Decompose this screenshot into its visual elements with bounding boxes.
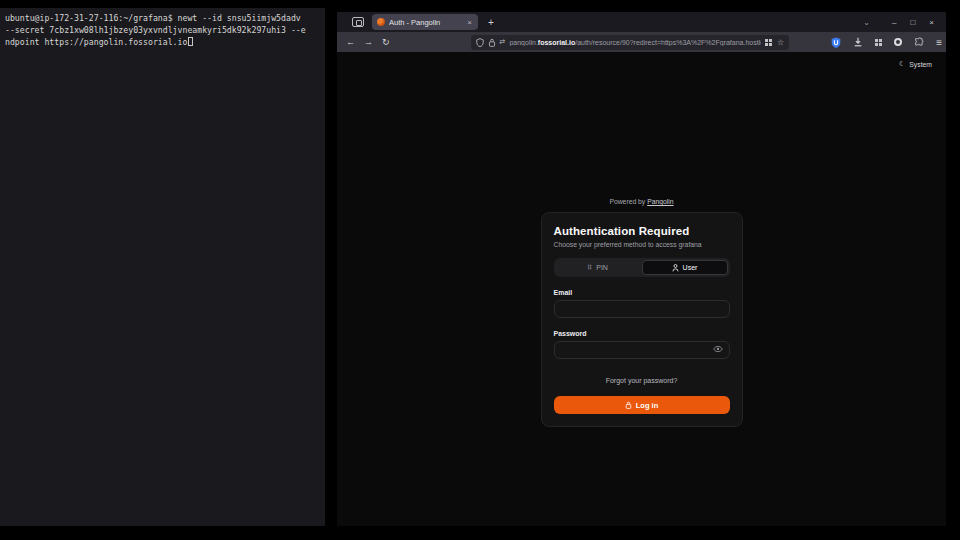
login-lock-icon xyxy=(625,401,632,409)
browser-tab-auth-pangolin[interactable]: Auth - Pangolin × xyxy=(372,14,478,30)
password-label: Password xyxy=(554,330,730,337)
extension-grid-icon[interactable] xyxy=(875,39,882,46)
desktop: ubuntu@ip-172-31-27-116:~/grafana$ newt … xyxy=(0,0,960,540)
tab-pin[interactable]: ⠿ PIN xyxy=(556,260,640,275)
permissions-icon[interactable]: ⇄ xyxy=(500,38,506,46)
downloads-icon[interactable] xyxy=(853,37,863,47)
tab-user[interactable]: User xyxy=(642,260,728,275)
extensions-puzzle-icon[interactable] xyxy=(914,37,924,47)
email-field[interactable] xyxy=(554,300,730,318)
pangolin-favicon-icon xyxy=(377,18,385,26)
page-action-grid-icon[interactable] xyxy=(765,39,772,46)
terminal-window[interactable]: ubuntu@ip-172-31-27-116:~/grafana$ newt … xyxy=(0,8,325,526)
tab-close-icon[interactable]: × xyxy=(466,18,473,27)
terminal-line: ubuntu@ip-172-31-27-116:~/grafana$ newt … xyxy=(5,12,320,24)
back-button[interactable]: ← xyxy=(346,37,355,47)
lock-icon[interactable] xyxy=(488,38,496,47)
card-subtitle: Choose your preferred method to access g… xyxy=(554,241,730,248)
theme-toggle-label: System xyxy=(909,61,932,68)
terminal-cursor xyxy=(188,37,193,46)
email-label: Email xyxy=(554,289,730,296)
terminal-line: --secret 7cbz1xw08lh1jbzey03yxvndljvneam… xyxy=(5,24,320,36)
keypad-icon: ⠿ xyxy=(587,264,592,271)
auth-card: Authentication Required Choose your pref… xyxy=(541,212,743,427)
bookmark-star-icon[interactable]: ☆ xyxy=(777,38,784,47)
card-title: Authentication Required xyxy=(554,225,730,237)
browser-window: Auth - Pangolin × + ⌄ – □ × ← → ↻ ⇄ xyxy=(337,12,946,526)
pangolin-link[interactable]: Pangolin xyxy=(647,198,673,205)
tab-title: Auth - Pangolin xyxy=(389,18,462,27)
show-password-eye-icon[interactable] xyxy=(713,345,723,352)
window-maximize-button[interactable]: □ xyxy=(910,18,915,27)
new-tab-button[interactable]: + xyxy=(488,17,494,28)
user-icon xyxy=(672,264,679,272)
record-circle-extension-icon[interactable] xyxy=(894,38,902,46)
list-all-tabs-icon[interactable]: ⌄ xyxy=(863,18,870,27)
terminal-line: ndpoint https://pangolin.fossorial.io xyxy=(5,36,320,48)
moon-icon: ☾ xyxy=(899,60,905,68)
theme-toggle[interactable]: ☾ System xyxy=(899,60,932,68)
forward-button[interactable]: → xyxy=(364,37,373,47)
login-button[interactable]: Log in xyxy=(554,396,730,414)
password-field[interactable] xyxy=(554,341,730,359)
browser-tab-bar: Auth - Pangolin × + ⌄ – □ × xyxy=(337,12,946,32)
shield-icon[interactable] xyxy=(476,38,484,47)
adblocker-extension-icon[interactable] xyxy=(831,37,841,48)
window-close-button[interactable]: × xyxy=(929,18,934,27)
url-bar[interactable]: ⇄ pangolin.fossorial.io/auth/resource/90… xyxy=(471,35,790,50)
window-minimize-button[interactable]: – xyxy=(892,18,896,27)
auth-method-tabs: ⠿ PIN User xyxy=(554,258,730,277)
forgot-password-link[interactable]: Forgot your password? xyxy=(606,377,678,384)
menu-icon[interactable]: ≡ xyxy=(936,37,942,48)
firefox-view-icon[interactable] xyxy=(352,17,364,27)
browser-toolbar: ← → ↻ ⇄ pangolin.fossorial.io/auth/resou… xyxy=(337,32,946,52)
powered-by: Powered by Pangolin xyxy=(541,198,743,205)
page-content: ☾ System Powered by Pangolin Authenticat… xyxy=(337,52,946,526)
url-text: pangolin.fossorial.io/auth/resource/90?r… xyxy=(509,39,761,46)
reload-button[interactable]: ↻ xyxy=(382,37,390,47)
